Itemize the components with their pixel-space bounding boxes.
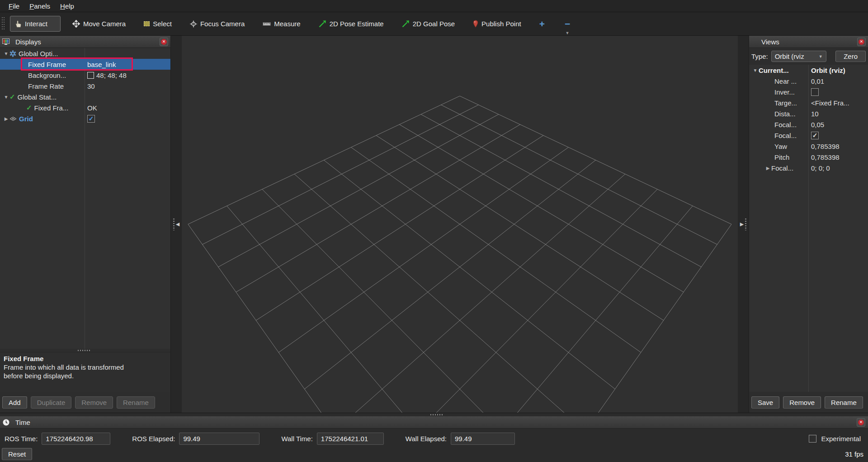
property-value-cell[interactable]: 10 xyxy=(811,110,819,118)
displays-row-backgroun[interactable]: Backgroun...48; 48; 48 xyxy=(0,70,170,81)
property-value-cell[interactable]: 0,01 xyxy=(811,77,824,85)
views-row-dista[interactable]: Dista...10 xyxy=(749,108,868,119)
field-value[interactable]: 99.49 xyxy=(179,433,259,445)
views-row-targe[interactable]: Targe...<Fixed Fra... xyxy=(749,97,868,108)
chevron-down-icon[interactable]: ▼ xyxy=(566,31,570,35)
menu-help[interactable]: Help xyxy=(55,1,79,11)
tool-focus-camera-button[interactable]: Focus Camera xyxy=(190,20,245,28)
displays-row-global-opti[interactable]: ▼Global Opti... xyxy=(0,48,170,59)
experimental-checkbox[interactable] xyxy=(809,435,816,443)
collapse-left-icon[interactable]: ◀ xyxy=(176,221,179,227)
tool-interact-button[interactable]: Interact xyxy=(10,16,61,32)
displays-row-grid[interactable]: ▶Grid✓ xyxy=(0,113,170,124)
expander-open-icon[interactable]: ▼ xyxy=(752,68,759,73)
views-save-button[interactable]: Save xyxy=(751,396,779,409)
views-row-inver[interactable]: Inver... xyxy=(749,86,868,97)
3d-viewport[interactable] xyxy=(182,36,738,413)
views-rename-button[interactable]: Rename xyxy=(825,396,863,409)
property-value-cell[interactable]: 0,05 xyxy=(811,121,824,129)
property-name-cell: Fixed Frame xyxy=(28,61,85,68)
field-value[interactable]: 1752246421.01 xyxy=(317,433,384,445)
property-value-cell[interactable]: 30 xyxy=(87,82,95,90)
time-panel-splitter[interactable] xyxy=(0,413,868,416)
property-value-cell[interactable]: ✓ xyxy=(811,132,819,139)
displays-help-splitter[interactable] xyxy=(0,349,170,352)
close-icon: ✕ xyxy=(859,39,864,45)
chevron-down-icon: ▼ xyxy=(819,54,823,59)
right-panel-splitter[interactable]: ▶ xyxy=(738,36,749,413)
property-value-cell[interactable]: ✓ xyxy=(87,115,95,123)
checkbox-checked[interactable]: ✓ xyxy=(811,132,819,139)
property-value: 10 xyxy=(811,110,819,118)
close-icon: ✕ xyxy=(161,39,167,45)
tool-measure-button[interactable]: Measure xyxy=(263,20,300,28)
displays-duplicate-button[interactable]: Duplicate xyxy=(31,396,72,409)
close-icon: ✕ xyxy=(858,419,864,425)
displays-close-button[interactable]: ✕ xyxy=(160,38,168,46)
views-row-yaw[interactable]: Yaw0,785398 xyxy=(749,141,868,152)
menu-file[interactable]: File xyxy=(4,1,24,11)
views-remove-button[interactable]: Remove xyxy=(783,396,821,409)
toolbar: InteractMove CameraSelectFocus CameraMea… xyxy=(0,12,868,36)
displays-rename-button[interactable]: Rename xyxy=(117,396,155,409)
views-row-focal[interactable]: Focal...✓ xyxy=(749,130,868,141)
property-value-cell[interactable] xyxy=(811,88,819,96)
property-name: Focal... xyxy=(774,132,797,139)
tool-goal-pose-button[interactable]: 2D Goal Pose xyxy=(402,20,455,28)
view-type-dropdown[interactable]: Orbit (rviz ▼ xyxy=(771,51,826,62)
displays-row-frame-rate[interactable]: Frame Rate30 xyxy=(0,81,170,91)
displays-buttons-row: AddDuplicateRemoveRename xyxy=(0,392,170,413)
displays-row-fixed-fra[interactable]: ✓Fixed Fra...OK xyxy=(0,102,170,113)
left-panel-splitter[interactable]: ◀ xyxy=(171,36,182,413)
zero-button[interactable]: Zero xyxy=(835,51,866,62)
views-row-pitch[interactable]: Pitch0,785398 xyxy=(749,152,868,162)
field-value[interactable]: 1752246420.98 xyxy=(42,433,110,445)
property-name: Fixed Fra... xyxy=(34,104,69,112)
remove-tool-button[interactable]: − ▼ xyxy=(565,19,570,29)
tool-pose-estimate-button[interactable]: 2D Pose Estimate xyxy=(319,20,384,28)
views-row-focal[interactable]: ▶Focal...0; 0; 0 xyxy=(749,162,868,173)
collapse-right-icon[interactable]: ▶ xyxy=(740,221,744,227)
splitter-handle-dots[interactable] xyxy=(173,219,175,230)
tool-move-camera-button[interactable]: Move Camera xyxy=(72,20,126,28)
property-value-cell[interactable]: 0; 0; 0 xyxy=(811,164,830,172)
property-value-cell[interactable]: OK xyxy=(87,104,97,112)
checkbox-unchecked[interactable] xyxy=(811,88,819,96)
tool-select-button[interactable]: Select xyxy=(144,20,172,28)
views-row-near[interactable]: Near ...0,01 xyxy=(749,76,868,86)
displays-remove-button[interactable]: Remove xyxy=(75,396,113,409)
expander-closed-icon[interactable]: ▶ xyxy=(764,166,771,171)
expander-closed-icon[interactable]: ▶ xyxy=(3,116,9,121)
views-row-focal[interactable]: Focal...0,05 xyxy=(749,119,868,130)
menu-panels[interactable]: Panels xyxy=(24,1,55,11)
reset-button[interactable]: Reset xyxy=(2,448,32,460)
views-close-button[interactable]: ✕ xyxy=(857,38,866,46)
views-buttons-row: SaveRemoveRename xyxy=(749,392,868,413)
displays-row-global-stat[interactable]: ▼✓Global Stat... xyxy=(0,91,170,102)
checkbox-checked[interactable]: ✓ xyxy=(87,115,95,123)
time-fields-row: ROS Time:1752246420.98ROS Elapsed:99.49W… xyxy=(0,429,868,445)
displays-row-fixed-frame[interactable]: Fixed Framebase_link xyxy=(0,59,170,70)
expander-open-icon[interactable]: ▼ xyxy=(3,95,9,100)
property-name: Frame Rate xyxy=(28,82,64,90)
views-row-current[interactable]: ▼Current...Orbit (rviz) xyxy=(749,65,868,76)
field-value[interactable]: 99.49 xyxy=(451,433,515,445)
property-value-cell[interactable]: base_link xyxy=(87,61,116,68)
toolbar-drag-handle[interactable] xyxy=(2,17,5,31)
expander-open-icon[interactable]: ▼ xyxy=(3,51,9,56)
color-swatch xyxy=(87,72,94,79)
time-close-button[interactable]: ✕ xyxy=(857,418,865,427)
add-tool-button[interactable]: + xyxy=(539,19,545,29)
property-value-cell[interactable]: <Fixed Fra... xyxy=(811,99,849,107)
property-value-cell[interactable]: 48; 48; 48 xyxy=(87,71,127,79)
property-value-cell[interactable]: 0,785398 xyxy=(811,143,840,150)
property-value: 48; 48; 48 xyxy=(96,71,127,79)
property-name-cell: Near ... xyxy=(774,77,808,85)
property-value-cell[interactable]: 0,785398 xyxy=(811,153,840,161)
displays-add-button[interactable]: Add xyxy=(2,396,27,409)
splitter-handle-dots[interactable] xyxy=(745,219,746,230)
tool-label: Focus Camera xyxy=(200,20,245,28)
tool-publish-point-button[interactable]: Publish Point xyxy=(473,20,521,28)
property-value-cell[interactable]: Orbit (rviz) xyxy=(811,67,845,74)
pin-icon xyxy=(473,20,478,28)
